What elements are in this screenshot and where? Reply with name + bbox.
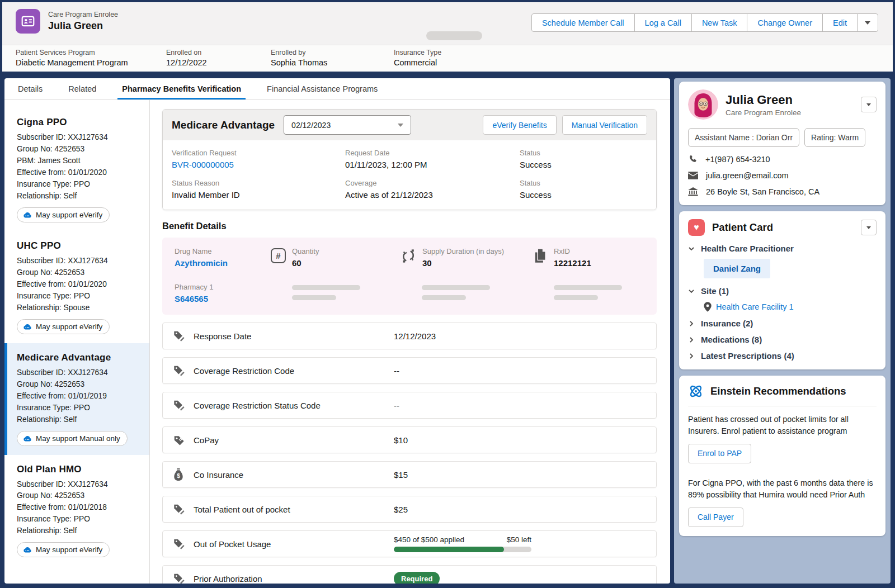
record-actions: Schedule Member Call Log a Call New Task… <box>531 13 878 32</box>
tags-icon <box>173 330 186 342</box>
everify-support-badge: May support eVerify <box>17 319 110 334</box>
section-label: Site (1) <box>701 286 729 296</box>
plan-detail: Relationship: Self <box>17 191 142 202</box>
record-tabs: Details Related Pharmacy Benefits Verifi… <box>4 78 670 100</box>
benefit-row-coverage-restriction-code: Coverage Restriction Code -- <box>162 357 657 384</box>
field-label: Insurance Type <box>394 49 441 56</box>
heart-icon: ♥ <box>688 219 705 236</box>
field-label: Request Date <box>345 149 520 157</box>
field-value: Invalid Member ID <box>172 190 345 200</box>
verification-content: Medicare Advantage 02/12/2023 eVerify Be… <box>150 100 670 584</box>
plan-detail: Insurance Type: PPO <box>17 291 142 302</box>
benefit-row-prior-authorization: Prior Authorization Required <box>162 565 657 584</box>
benefit-row-out-of-pocket-usage: Out of Pocket Usage $450 of $500 applied… <box>162 530 657 557</box>
profile-phone[interactable]: +1(987) 654-3210 <box>705 155 770 164</box>
practitioner-chip[interactable]: Daniel Zang <box>704 259 770 278</box>
record-header: Care Program Enrolee Julia Green Schedul… <box>2 2 893 72</box>
patient-card-title: Patient Card <box>712 221 773 234</box>
section-latest-prescriptions[interactable]: Latest Prescriptions (4) <box>688 351 877 361</box>
section-insurance[interactable]: Insurance (2) <box>688 319 877 328</box>
manual-verification-button[interactable]: Manual Verification <box>562 115 647 135</box>
pharmacy-link[interactable]: S646565 <box>175 294 213 304</box>
out-of-pocket-progress: $450 of $500 applied $50 left <box>394 535 531 552</box>
verification-title: Medicare Advantage <box>172 119 275 131</box>
field-label: Status Reason <box>172 179 345 187</box>
site-facility-link[interactable]: Health Care Facility 1 <box>704 302 877 312</box>
insurance-plan-list: Cigna PPO Subscriber ID: XXJ127634 Group… <box>4 100 150 584</box>
contact-card-icon <box>16 9 40 34</box>
pages-icon <box>533 248 548 268</box>
profile-role: Care Program Enrolee <box>726 108 801 117</box>
benefit-details-heading: Benefit Details <box>162 221 657 231</box>
field-value: 12/12/2022 <box>166 58 271 67</box>
plan-detail: Subscriber ID: XXJ127634 <box>17 367 142 379</box>
profile-name: Julia Green <box>726 93 801 107</box>
field-label: Coverage <box>345 179 520 187</box>
benefit-row-copay: CoPay $10 <box>162 426 657 453</box>
chevron-down-icon <box>866 226 871 229</box>
plan-item-uhc-ppo[interactable]: UHC PPO Subscriber ID: XXJ127634 Group N… <box>4 231 149 343</box>
change-owner-button[interactable]: Change Owner <box>747 13 823 32</box>
edit-button[interactable]: Edit <box>822 13 858 32</box>
tab-financial-assistance-programs[interactable]: Financial Assistance Programs <box>267 78 378 99</box>
plan-item-old-plan-hmo[interactable]: Old Plan HMO Subscriber ID: XXJ127634 Gr… <box>4 455 149 567</box>
schedule-member-call-button[interactable]: Schedule Member Call <box>531 13 635 32</box>
rxid-label: RxID <box>554 247 591 255</box>
everify-benefits-button[interactable]: eVerify Benefits <box>483 115 556 135</box>
patient-card-menu-button[interactable] <box>861 220 877 235</box>
profile-menu-button[interactable] <box>861 97 877 112</box>
loading-skeleton <box>292 283 360 304</box>
right-sidebar: Julia Green Care Program Enrolee Assista… <box>674 78 891 584</box>
section-site[interactable]: Site (1) <box>688 286 877 296</box>
recommendation-text: Patient has crossed out of pocket limits… <box>688 414 877 438</box>
tab-pharmacy-benefits-verification[interactable]: Pharmacy Benefits Verification <box>122 78 241 99</box>
call-payer-button[interactable]: Call Payer <box>688 508 743 527</box>
entity-block: Care Program Enrolee Julia Green <box>16 9 118 34</box>
tags-icon <box>173 572 186 584</box>
section-medications[interactable]: Medications (8) <box>688 335 877 344</box>
chevron-down-icon <box>398 124 403 127</box>
tab-details[interactable]: Details <box>18 78 43 99</box>
everify-support-badge: May support eVerify <box>17 207 110 222</box>
profile-email[interactable]: julia.green@email.com <box>706 171 789 180</box>
plan-detail: Group No: 4252653 <box>17 267 142 279</box>
chevron-right-icon <box>688 353 695 359</box>
loading-skeleton <box>554 283 622 304</box>
more-actions-button[interactable] <box>857 13 878 32</box>
badge-label: May support eVerify <box>36 323 102 331</box>
pharmacy-label: Pharmacy 1 <box>175 283 213 291</box>
tab-related[interactable]: Related <box>68 78 96 99</box>
bank-icon <box>688 187 698 196</box>
progress-bar-fill <box>394 547 504 552</box>
svg-text:$: $ <box>177 472 180 478</box>
benefit-row-total-out-of-pocket: Total Patient out of pocket $25 <box>162 496 657 523</box>
row-label: CoPay <box>194 435 394 445</box>
plan-detail: Relationship: Spouse <box>17 302 142 314</box>
section-health-care-practitioner[interactable]: Health Care Pracitioner <box>688 244 877 253</box>
plan-detail: Subscriber ID: XXJ127634 <box>17 132 142 144</box>
row-label: Coverage Restriction Code <box>194 366 394 376</box>
everify-support-badge: May support eVerify <box>17 542 110 557</box>
enrol-to-pap-button[interactable]: Enrol to PAP <box>688 444 751 463</box>
plan-detail: Effective from: 01/01/2018 <box>17 502 142 514</box>
badge-label: May support Manual only <box>36 434 120 443</box>
plan-detail: Insurance Type: PPO <box>17 514 142 525</box>
chevron-down-icon <box>866 103 871 106</box>
field-label: Enrolled by <box>271 49 394 56</box>
chevron-down-icon <box>865 21 870 25</box>
verification-request-link[interactable]: BVR-000000005 <box>172 160 345 169</box>
field-value: Diabetic Management Program <box>16 58 166 67</box>
benefit-row-response-date: Response Date 12/12/2023 <box>162 323 657 349</box>
progress-applied-text: $450 of $500 applied <box>394 535 464 544</box>
cloud-icon <box>22 435 32 442</box>
log-a-call-button[interactable]: Log a Call <box>634 13 692 32</box>
verification-date-select[interactable]: 02/12/2023 <box>284 115 411 135</box>
plan-item-medicare-advantage[interactable]: Medicare Advantage Subscriber ID: XXJ127… <box>4 343 149 455</box>
plan-detail: Insurance Type: PPO <box>17 402 142 414</box>
row-label: Coverage Restriction Status Code <box>194 401 394 410</box>
row-label: Out of Pocket Usage <box>194 539 394 549</box>
field-label: Patient Services Program <box>16 49 166 56</box>
plan-item-cigna-ppo[interactable]: Cigna PPO Subscriber ID: XXJ127634 Group… <box>4 108 149 231</box>
new-task-button[interactable]: New Task <box>691 13 748 32</box>
drug-name-link[interactable]: Azythromicin <box>175 258 228 268</box>
